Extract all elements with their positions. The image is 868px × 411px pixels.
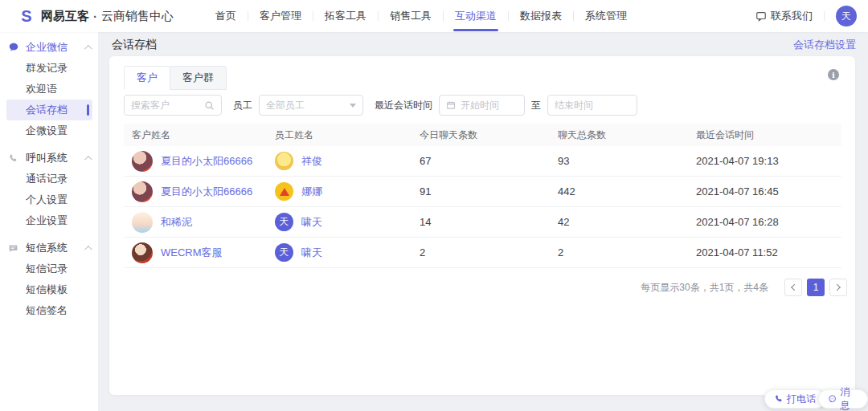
customer-cell: 夏目的小太阳66666: [124, 151, 267, 172]
chevron-up-icon: [84, 44, 92, 52]
end-time-placeholder: 结束时间: [555, 99, 593, 112]
filter-bar: 搜索客户 员工 全部员工 最近会话时间 开始时间 至 结束时间: [124, 95, 637, 116]
sidebar-item-personal-settings[interactable]: 个人设置: [0, 189, 98, 210]
session-archive-settings-link[interactable]: 会话存档设置: [793, 38, 856, 52]
last-session-time: 2021-04-07 11:52: [688, 246, 841, 258]
last-session-time: 2021-04-07 16:28: [688, 216, 841, 228]
sidebar-item-sms-signature[interactable]: 短信签名: [0, 300, 98, 321]
brand-separator: ·: [93, 10, 97, 23]
phone-icon: [8, 153, 19, 164]
start-time-input[interactable]: 开始时间: [439, 95, 525, 116]
nav-item-data-reports[interactable]: 数据报表: [509, 0, 573, 32]
sidebar-item-call-records[interactable]: 通话记录: [0, 169, 98, 189]
contact-us-button[interactable]: 联系我们: [755, 9, 813, 23]
chat-bubble-icon: [755, 10, 767, 22]
next-page-button[interactable]: [829, 279, 847, 296]
brand-logo-icon: [18, 7, 35, 25]
sidebar-item-wecom-settings[interactable]: 企微设置: [0, 120, 98, 141]
employee-avatar: 天: [275, 213, 293, 231]
customer-name-link[interactable]: WECRM客服: [161, 246, 223, 260]
tab-customer-group[interactable]: 客户群: [170, 66, 227, 90]
last-session-time: 2021-04-07 19:13: [688, 155, 841, 167]
page-title: 会话存档: [112, 38, 157, 52]
table-header: 客户姓名 员工姓名 今日聊天条数 聊天总条数 最近会话时间: [124, 124, 841, 146]
end-time-input[interactable]: 结束时间: [547, 95, 637, 116]
tab-customer[interactable]: 客户: [124, 66, 170, 90]
col-total-count: 聊天总条数: [550, 128, 688, 142]
page-number-button[interactable]: 1: [807, 279, 825, 296]
sidebar-item-sms-records[interactable]: 短信记录: [0, 258, 98, 279]
search-icon: [204, 100, 215, 111]
user-avatar[interactable]: 天: [836, 6, 857, 26]
customer-name-link[interactable]: 夏目的小太阳66666: [161, 185, 252, 199]
employee-avatar: [275, 182, 293, 201]
pagination: 每页显示30条，共1页，共4条 1: [641, 279, 847, 296]
sidebar-item-mass-send-records[interactable]: 群发记录: [0, 58, 98, 79]
sidebar-item-sms-templates[interactable]: 短信模板: [0, 279, 98, 300]
search-placeholder: 搜索客户: [131, 99, 170, 112]
col-last-session-time: 最近会话时间: [688, 128, 841, 142]
sidebar: 企业微信 群发记录 欢迎语 会话存档 企微设置 呼叫系统 通话记录 个人设置 企…: [0, 32, 98, 411]
employee-name-link[interactable]: 娜娜: [301, 185, 322, 199]
employee-name-link[interactable]: 啸天: [301, 246, 322, 260]
nav-divider: [824, 11, 825, 21]
sessions-table: 客户姓名 员工姓名 今日聊天条数 聊天总条数 最近会话时间 夏目的小太阳6666…: [124, 124, 841, 268]
total-chat-count: 93: [550, 155, 688, 167]
table-row: 夏目的小太阳66666 祥俊 67 93 2021-04-07 19:13: [124, 146, 841, 177]
employee-cell: 天 啸天: [267, 213, 411, 231]
customer-name-link[interactable]: 和稀泥: [161, 215, 192, 230]
sidebar-item-welcome-message[interactable]: 欢迎语: [0, 79, 98, 100]
call-button-label: 打电话: [787, 393, 816, 406]
sidebar-item-enterprise-settings[interactable]: 企业设置: [0, 210, 98, 231]
total-chat-count: 42: [550, 216, 688, 228]
employee-cell: 天 啸天: [267, 243, 411, 262]
employee-avatar: [275, 152, 293, 170]
employee-select[interactable]: 全部员工: [259, 95, 363, 116]
tabs: 客户 客户群: [124, 66, 227, 90]
chevron-down-icon: [350, 104, 356, 108]
calendar-icon: [446, 100, 456, 110]
contact-us-label: 联系我们: [771, 9, 813, 23]
customer-cell: 夏目的小太阳66666: [124, 181, 267, 202]
brand-name: 网易互客: [41, 9, 89, 24]
prev-page-button[interactable]: [784, 279, 802, 296]
sidebar-item-session-archive[interactable]: 会话存档: [6, 100, 92, 120]
employee-avatar: 天: [275, 243, 293, 262]
customer-name-link[interactable]: 夏目的小太阳66666: [161, 154, 252, 169]
start-time-placeholder: 开始时间: [461, 99, 499, 112]
wechat-chat-icon: [8, 42, 19, 53]
sidebar-section-sms-system[interactable]: 短信系统: [0, 238, 98, 258]
customer-avatar: [132, 212, 153, 233]
employee-name-link[interactable]: 啸天: [301, 215, 322, 230]
nav-item-acquisition-tools[interactable]: 拓客工具: [313, 0, 378, 32]
message-button-label: 消息: [840, 385, 858, 411]
employee-cell: 娜娜: [267, 182, 411, 201]
search-input[interactable]: 搜索客户: [124, 95, 222, 116]
nav-item-customer-management[interactable]: 客户管理: [248, 0, 313, 32]
time-filter-label: 最近会话时间: [375, 99, 432, 112]
chevron-up-icon: [84, 245, 92, 253]
customer-cell: 和稀泥: [124, 212, 267, 233]
call-button[interactable]: 打电话: [764, 389, 825, 409]
info-icon[interactable]: [828, 69, 839, 80]
table-body: 夏目的小太阳66666 祥俊 67 93 2021-04-07 19:13 夏目…: [124, 146, 841, 268]
nav-item-interactive-channels[interactable]: 互动渠道: [444, 0, 508, 32]
message-button[interactable]: 消息: [818, 389, 868, 409]
chevron-left-icon: [791, 284, 797, 291]
nav-item-system-management[interactable]: 系统管理: [574, 0, 638, 32]
pagination-summary: 每页显示30条，共1页，共4条: [641, 281, 768, 295]
nav-item-sales-tools[interactable]: 销售工具: [379, 0, 443, 32]
employee-name-link[interactable]: 祥俊: [301, 154, 322, 169]
employee-filter-label: 员工: [233, 99, 252, 112]
top-navbar: 网易互客 · 云商销售中心 首页 客户管理 拓客工具 销售工具 互动渠道 数据报…: [0, 0, 868, 32]
date-range-to-label: 至: [531, 99, 541, 112]
today-chat-count: 67: [411, 155, 550, 167]
sidebar-section-call-system[interactable]: 呼叫系统: [0, 148, 98, 169]
nav-item-home[interactable]: 首页: [204, 0, 248, 32]
sidebar-section-wechat[interactable]: 企业微信: [0, 37, 98, 58]
col-today-count: 今日聊天条数: [411, 128, 550, 142]
brand-subtitle: 云商销售中心: [101, 9, 174, 24]
brand[interactable]: 网易互客 · 云商销售中心: [18, 7, 174, 25]
employee-select-value: 全部员工: [266, 99, 305, 112]
col-customer-name: 客户姓名: [124, 128, 267, 142]
